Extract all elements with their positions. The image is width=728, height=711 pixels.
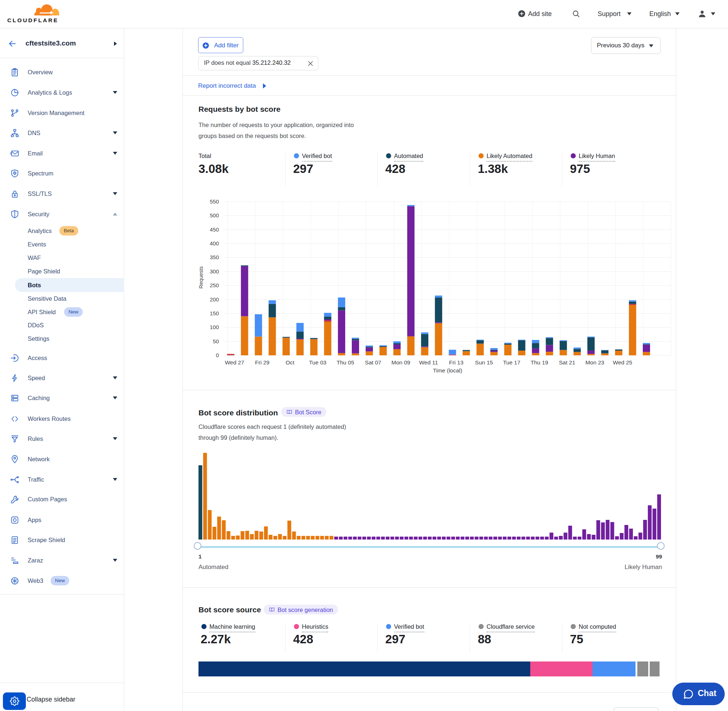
svg-text:Wed 11: Wed 11: [419, 359, 438, 366]
svg-text:50: 50: [213, 338, 219, 344]
svg-text:Thu 05: Thu 05: [337, 359, 354, 366]
svg-text:550: 550: [210, 198, 219, 205]
svg-text:Time (local): Time (local): [433, 367, 462, 373]
svg-text:Sat 07: Sat 07: [365, 359, 381, 366]
svg-text:Requests: Requests: [198, 266, 204, 288]
svg-text:Mon 23: Mon 23: [585, 359, 604, 366]
svg-text:Wed 27: Wed 27: [225, 359, 244, 366]
svg-text:Sat 21: Sat 21: [559, 359, 575, 366]
svg-text:Sun 15: Sun 15: [475, 359, 493, 366]
svg-text:150: 150: [210, 310, 219, 316]
svg-text:Oct: Oct: [285, 359, 295, 366]
svg-text:Tue 03: Tue 03: [309, 359, 326, 366]
svg-text:350: 350: [210, 254, 219, 260]
svg-text:200: 200: [210, 296, 219, 302]
svg-text:Fri 13: Fri 13: [449, 359, 464, 366]
svg-text:CLOUDFLARE: CLOUDFLARE: [7, 17, 59, 23]
svg-text:300: 300: [210, 268, 219, 274]
svg-text:100: 100: [210, 324, 219, 330]
svg-text:Mon 09: Mon 09: [391, 359, 411, 366]
svg-text:0: 0: [216, 352, 219, 358]
svg-text:Thu 19: Thu 19: [531, 359, 548, 366]
svg-text:500: 500: [210, 212, 219, 218]
svg-text:Fri 29: Fri 29: [255, 359, 269, 366]
svg-text:400: 400: [210, 240, 219, 246]
svg-text:Tue 17: Tue 17: [503, 359, 520, 366]
svg-text:450: 450: [210, 226, 219, 233]
svg-text:250: 250: [210, 282, 219, 288]
svg-text:Wed 25: Wed 25: [613, 359, 632, 366]
